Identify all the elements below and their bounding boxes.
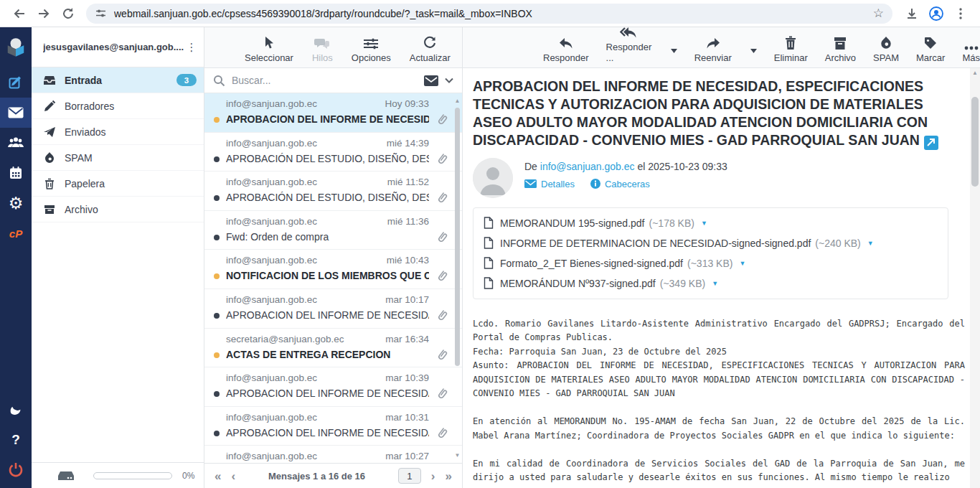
delete-button[interactable]: Eliminar (774, 34, 808, 63)
logout-icon[interactable] (0, 455, 32, 485)
headers-link[interactable]: Cabeceras (590, 179, 650, 189)
select-button[interactable]: Seleccionar (245, 34, 293, 63)
contacts-nav-button[interactable] (0, 128, 32, 158)
sidebar-item-archive[interactable]: Archivo (32, 197, 204, 222)
attachment-item[interactable]: INFORME DE DETERMINACION DE NECESIDAD-si… (473, 233, 948, 253)
body-paragraph: Fecha: Parroquia San Juan, 23 de Octubre… (473, 345, 965, 360)
attachment-item[interactable]: Formato_2_ET Bienes-signed-signed.pdf(~3… (473, 253, 948, 273)
sidebar-item-trash[interactable]: Papelera (32, 171, 204, 197)
address-bar[interactable]: webmail.sanjuan.gob.ec/cpsess4569390018/… (86, 4, 892, 24)
sidebar-item-spam[interactable]: SPAM (32, 145, 204, 171)
quota-percent: 0% (182, 471, 194, 481)
list-item[interactable]: info@sanjuan.gob.ecmié 10:43NOTIFICACION… (204, 250, 462, 289)
search-options-chevron-icon[interactable] (445, 78, 453, 83)
disk-icon (57, 470, 75, 482)
list-item[interactable]: info@sanjuan.gob.ecmié 11:36Fwd: Orden d… (204, 211, 462, 250)
message-subject-preview: APROBACION DEL INFORME DE NECESIDA... (226, 388, 429, 399)
attachment-paperclip-icon (437, 388, 448, 400)
open-in-new-window-icon[interactable] (924, 136, 938, 150)
sender-avatar (473, 158, 513, 198)
mark-button[interactable]: Marcar (916, 34, 945, 63)
threads-button[interactable]: Hilos (312, 34, 333, 63)
attachment-dropdown-icon[interactable]: ▼ (739, 260, 745, 267)
attachment-name[interactable]: INFORME DE DETERMINACION DE NECESIDAD-si… (500, 238, 811, 249)
list-item[interactable]: secretaria@sanjuan.gob.ecmar 16:34ACTAS … (204, 329, 462, 368)
message-status-dot (214, 273, 220, 279)
options-button[interactable]: Opciones (352, 34, 391, 63)
message-subject-preview: APROBACIÓN DEL ESTUDIO, DISEÑO, DESA... (226, 153, 429, 164)
reply-all-dropdown-icon[interactable] (671, 49, 677, 53)
bookmark-star-icon[interactable]: ☆ (873, 7, 884, 19)
more-button[interactable]: Más (962, 34, 980, 63)
spam-button[interactable]: SPAM (873, 34, 899, 63)
message-subject-preview: APROBACIÓN DEL ESTUDIO, DISEÑO, DESA... (226, 192, 429, 203)
calendar-nav-button[interactable] (0, 158, 32, 188)
list-item[interactable]: info@sanjuan.gob.ecmar 10:27 (204, 446, 462, 463)
trash-icon (43, 177, 56, 190)
list-item[interactable]: info@sanjuan.gob.ecmar 10:39APROBACION D… (204, 367, 462, 407)
details-link[interactable]: Detalles (524, 179, 575, 189)
search-scope-icon[interactable] (424, 75, 438, 86)
site-settings-icon[interactable] (95, 7, 107, 19)
attachment-name[interactable]: MEMORANDUM 195-signed.pdf (500, 217, 645, 229)
sidebar-item-sent[interactable]: Enviados (32, 119, 204, 145)
from-line: De info@sanjuan.gob.ec el 2025-10-23 09:… (524, 161, 727, 172)
mail-nav-button[interactable] (0, 98, 32, 128)
refresh-icon (423, 34, 437, 50)
archive-button[interactable]: Archivo (825, 34, 856, 63)
unread-count-badge: 3 (176, 74, 197, 86)
search-input[interactable] (232, 75, 418, 86)
message-status-dot (214, 235, 220, 240)
attachment-size: (~240 KB) (815, 238, 860, 249)
reload-icon[interactable] (56, 3, 80, 24)
attachment-dropdown-icon[interactable]: ▼ (867, 240, 874, 247)
sender-email-link[interactable]: info@sanjuan.gob.ec (540, 161, 635, 172)
back-icon[interactable] (7, 3, 32, 24)
cpanel-icon[interactable]: cP (0, 218, 32, 248)
sidebar-item-inbox[interactable]: Entrada 3 (32, 67, 204, 93)
attachment-dropdown-icon[interactable]: ▼ (712, 280, 718, 287)
download-icon[interactable] (900, 3, 924, 24)
list-item[interactable]: info@sanjuan.gob.ecmié 11:52APROBACIÓN D… (204, 172, 462, 211)
profile-icon[interactable] (924, 3, 948, 24)
prev-page-icon[interactable]: ‹ (231, 470, 235, 482)
reply-button[interactable]: Responder (543, 34, 589, 63)
attachment-item[interactable]: MEMORANDUM 195-signed.pdf(~178 KB)▼ (473, 213, 948, 233)
next-page-icon[interactable]: › (431, 470, 435, 482)
reply-all-button[interactable]: Responder ... (606, 24, 652, 63)
refresh-button[interactable]: Actualizar (410, 34, 451, 63)
list-item[interactable]: info@sanjuan.gob.ecHoy 09:33APROBACION D… (204, 93, 462, 133)
first-page-icon[interactable]: « (215, 470, 221, 482)
list-scrollbar[interactable]: ▲ ▼ (453, 95, 461, 461)
message-status-dot (214, 352, 220, 358)
view-scrollbar[interactable]: ▲ (970, 68, 980, 488)
attachment-dropdown-icon[interactable]: ▼ (701, 220, 707, 227)
list-toolbar: Seleccionar Hilos Opciones Actualizar (204, 27, 462, 68)
last-page-icon[interactable]: » (446, 470, 452, 482)
dark-mode-icon[interactable] (0, 395, 32, 425)
attachment-name[interactable]: Formato_2_ET Bienes-signed-signed.pdf (500, 258, 683, 269)
forward-button[interactable]: Reenviar (694, 34, 732, 63)
sidebar-item-drafts[interactable]: Borradores (32, 93, 204, 119)
list-item[interactable]: info@sanjuan.gob.ecmar 10:17APROBACION D… (204, 289, 462, 329)
settings-nav-button[interactable]: ⚙ (0, 188, 32, 218)
browser-menu-icon[interactable] (948, 3, 973, 24)
message-time: mié 11:52 (387, 177, 429, 187)
page-input[interactable] (398, 468, 421, 484)
message-subject-preview: ACTAS DE ENTREGA RECEPCION (226, 349, 429, 360)
attachment-item[interactable]: MEMORÁNDUM Nº937-signed.pdf(~349 KB)▼ (473, 273, 948, 294)
message-status-dot (214, 156, 220, 162)
account-menu-icon[interactable]: ⋮ (185, 45, 198, 49)
list-item[interactable]: info@sanjuan.gob.ecmié 14:39APROBACIÓN D… (204, 133, 462, 172)
inbox-icon (43, 74, 56, 87)
message-toolbar: Responder Responder ... Reenviar (463, 27, 980, 68)
attachment-name[interactable]: MEMORÁNDUM Nº937-signed.pdf (500, 278, 656, 289)
help-icon[interactable]: ? (0, 425, 32, 455)
compose-button[interactable] (0, 67, 32, 98)
forward-dropdown-icon[interactable] (750, 49, 757, 53)
message-time: mié 14:39 (387, 138, 429, 149)
list-item[interactable]: info@sanjuan.gob.ecmar 10:31APROBACION D… (204, 407, 462, 446)
message-sender: info@sanjuan.gob.ec (226, 216, 382, 227)
message-subject-preview: APROBACION DEL INFORME DE NECESIDA... (226, 309, 429, 321)
forward-icon[interactable] (32, 3, 56, 24)
